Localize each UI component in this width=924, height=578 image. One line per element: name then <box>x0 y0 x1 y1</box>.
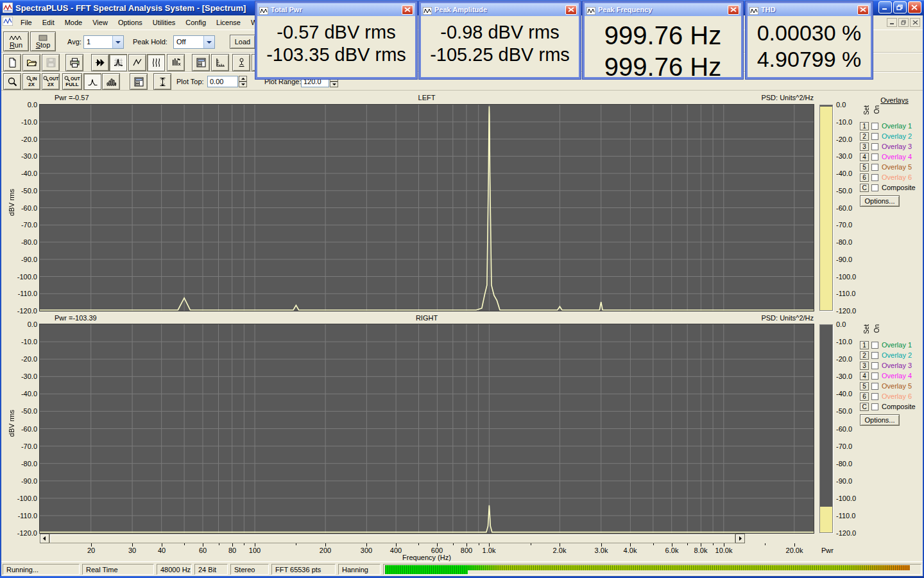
peak-hold-combobox[interactable]: Off <box>173 35 215 49</box>
open-file-button[interactable] <box>22 54 40 71</box>
display-options-button[interactable] <box>192 54 210 71</box>
overlay-set-button-4[interactable]: 4 <box>860 372 869 380</box>
bar-display-button[interactable] <box>102 73 120 90</box>
overlay-set-button-2[interactable]: 2 <box>860 351 869 360</box>
overlay-on-checkbox-3[interactable] <box>871 143 878 150</box>
overlay-on-checkbox-1[interactable] <box>871 123 878 130</box>
freq-scrollbar-left-arrow[interactable] <box>40 534 49 543</box>
overlay-on-checkbox-c[interactable] <box>871 184 878 191</box>
panel-total-pwr[interactable]: Total Pwr-0.57 dBV rms-103.35 dBV rms <box>255 1 417 79</box>
overlay-set-button-3[interactable]: 3 <box>860 143 869 151</box>
process-button[interactable] <box>91 54 109 71</box>
microphone-button[interactable] <box>232 54 250 71</box>
overlay-set-button-c[interactable]: C <box>860 403 869 411</box>
panel-peak-frequency[interactable]: Peak Frequency999.76 Hz999.76 Hz <box>583 1 743 79</box>
spectrum-view-button[interactable] <box>109 54 127 71</box>
mdi-close-button[interactable] <box>910 18 920 27</box>
spin-down-icon[interactable] <box>239 82 247 87</box>
peak-curve-button[interactable] <box>83 73 101 90</box>
overlay-set-button-4[interactable]: 4 <box>860 153 869 161</box>
overlay-set-button-6[interactable]: 6 <box>860 392 869 401</box>
panel-thd[interactable]: THD0.00030 %4.90799 % <box>746 1 873 79</box>
panel-title-bar[interactable]: Peak Amplitude <box>421 3 579 16</box>
overlay-on-checkbox-6[interactable] <box>871 393 878 400</box>
level-bar-left <box>819 105 833 311</box>
waterfall-view-button[interactable] <box>147 54 165 71</box>
overlay-set-button-2[interactable]: 2 <box>860 132 869 141</box>
menu-item-config[interactable]: Config <box>180 17 211 28</box>
overlay-set-button-5[interactable]: 5 <box>860 382 869 390</box>
load-button[interactable]: Load <box>230 35 255 49</box>
overlays-options-button[interactable]: Options... <box>860 195 900 207</box>
panel-title-bar[interactable]: Peak Frequency <box>585 3 741 16</box>
level-scale-label: -70.0 <box>836 221 852 229</box>
overlay-set-button-3[interactable]: 3 <box>860 362 869 370</box>
overlays-options-button[interactable]: Options... <box>860 414 900 426</box>
menu-item-file[interactable]: File <box>15 17 37 28</box>
overlay-on-checkbox-5[interactable] <box>871 383 878 390</box>
level-scale-label: -50.0 <box>836 187 852 195</box>
freq-scrollbar-right-arrow[interactable] <box>735 534 745 543</box>
plot-top-field[interactable]: 0.00 <box>207 76 238 87</box>
ruler-button[interactable] <box>211 54 229 71</box>
mdi-restore-button[interactable] <box>898 18 909 27</box>
peak-hold-dropdown-icon[interactable] <box>203 36 214 48</box>
menu-item-license[interactable]: License <box>211 17 246 28</box>
panel-value-2: 999.76 Hz <box>585 51 741 83</box>
panel-peak-amplitude[interactable]: Peak Amplitude-0.98 dBV rms-105.25 dBV r… <box>419 1 581 79</box>
new-file-button[interactable] <box>3 54 21 71</box>
panel-close-button[interactable] <box>402 5 413 15</box>
freq-scrollbar-thumb[interactable] <box>49 534 735 543</box>
save-button[interactable] <box>42 54 60 71</box>
spin-up-icon[interactable] <box>239 76 247 82</box>
restore-button[interactable] <box>893 1 907 13</box>
zoom-out-full-button[interactable]: OUTFULL <box>62 73 82 90</box>
overlay-on-checkbox-c[interactable] <box>871 403 878 410</box>
spin-down-icon[interactable] <box>330 82 338 87</box>
menu-item-edit[interactable]: Edit <box>37 17 60 28</box>
overlay-set-button-1[interactable]: 1 <box>860 122 869 130</box>
plot-top-spinner[interactable] <box>239 76 247 87</box>
overlay-on-checkbox-5[interactable] <box>871 164 878 171</box>
overlay-on-checkbox-1[interactable] <box>871 342 878 349</box>
panel-title-bar[interactable]: THD <box>748 3 871 16</box>
spectrum-plot-right[interactable] <box>39 324 814 534</box>
vertical-range-button[interactable] <box>153 73 171 90</box>
mdi-minimize-button[interactable] <box>887 18 897 27</box>
zoom-button[interactable] <box>3 73 21 90</box>
overlay-on-checkbox-6[interactable] <box>871 174 878 181</box>
overlay-set-button-6[interactable]: 6 <box>860 173 869 182</box>
panel-title-bar[interactable]: Total Pwr <box>257 3 415 16</box>
panel-close-button[interactable] <box>857 5 869 15</box>
overlay-on-checkbox-4[interactable] <box>871 153 878 161</box>
overlay-set-button-5[interactable]: 5 <box>860 163 869 171</box>
print-button[interactable] <box>65 54 83 71</box>
menu-item-utilities[interactable]: Utilities <box>148 17 180 28</box>
avg-combobox[interactable]: 1 <box>83 35 124 49</box>
overlay-on-checkbox-4[interactable] <box>871 372 878 380</box>
panel-close-button[interactable] <box>565 5 577 15</box>
zoom-in-2x-button[interactable]: IN2X <box>22 73 40 90</box>
overlay-on-checkbox-2[interactable] <box>871 352 878 359</box>
menu-item-view[interactable]: View <box>87 17 113 28</box>
close-button[interactable] <box>908 1 921 13</box>
overlay-set-button-1[interactable]: 1 <box>860 341 869 349</box>
panel-chart-icon <box>749 6 758 13</box>
overlay-label-1: Overlay 1 <box>882 122 912 130</box>
overlay-on-checkbox-3[interactable] <box>871 362 878 369</box>
time-series-view-button[interactable] <box>128 54 146 71</box>
menu-item-mode[interactable]: Mode <box>60 17 88 28</box>
avg-dropdown-icon[interactable] <box>112 36 123 48</box>
minimize-button[interactable] <box>878 1 892 13</box>
menu-item-options[interactable]: Options <box>113 17 148 28</box>
overlay-on-checkbox-2[interactable] <box>871 133 878 140</box>
spectrogram-view-button[interactable] <box>167 54 185 71</box>
run-button[interactable]: Run <box>3 31 29 51</box>
stop-button[interactable]: Stop <box>30 31 56 51</box>
display-options-2-button[interactable] <box>130 73 148 90</box>
panel-close-button[interactable] <box>728 5 739 15</box>
overlay-set-button-c[interactable]: C <box>860 184 869 192</box>
spectrum-plot-left[interactable] <box>39 104 814 311</box>
zoom-out-2x-button[interactable]: OUT2X <box>42 73 60 90</box>
peak-hold-value: Off <box>174 36 203 48</box>
